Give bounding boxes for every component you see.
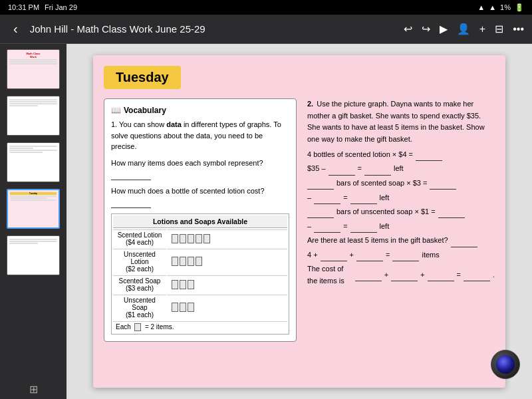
item-num-2: 2. — [307, 100, 315, 108]
line3-text: bars of scented soap × $3 = — [336, 178, 427, 190]
legend-text: Each = 2 items. — [113, 321, 287, 332]
bar-icon — [172, 303, 178, 312]
line2-text: $35 – — [307, 163, 326, 175]
day-header: Tuesday — [104, 66, 495, 92]
line9-plus1: + — [384, 269, 388, 281]
content-row: 📖 Vocabulary 1. You can show data in dif… — [104, 98, 495, 342]
add-person-button[interactable]: 👤 — [457, 23, 470, 35]
nav-bar: ‹ John Hill - Math Class Work June 25-29… — [0, 15, 532, 44]
bar-icon — [203, 234, 210, 243]
line2-left: left — [394, 163, 404, 175]
line8-blank1 — [321, 249, 347, 262]
document-area: Tuesday 📖 Vocabulary 1. You can show dat — [66, 44, 532, 399]
line6-blank1 — [314, 220, 340, 233]
line6-dash: – — [307, 221, 311, 233]
bar-icon — [180, 257, 186, 266]
grid-icon[interactable]: ⊞ — [29, 383, 38, 396]
battery-display: 1% — [500, 3, 511, 11]
bottom-bar: ⊞ — [0, 379, 66, 399]
graph-row-scented-soap: Scented Soap($3 each) — [113, 275, 287, 293]
vocab-question-1: How many items does each symbol represen… — [111, 158, 289, 180]
line4-blank1 — [314, 192, 340, 204]
math-line-3: bars of scented soap × $3 = — [307, 178, 495, 190]
line8-blank2 — [356, 249, 383, 262]
line5-text: bars of unscented soap × $1 = — [336, 206, 436, 218]
line6-eq: = — [343, 221, 347, 233]
bar-icon — [196, 257, 202, 266]
line8-eq: = — [386, 249, 390, 261]
left-panel: 📖 Vocabulary 1. You can show data in dif… — [104, 98, 297, 342]
unscented-lotion-bars — [168, 249, 287, 274]
vocab-bold-word: data — [166, 120, 182, 128]
graph-legend-row: Each = 2 items. — [113, 321, 287, 332]
line2-eq: = — [358, 163, 362, 175]
line4-dash: – — [307, 192, 311, 204]
line9-blank1 — [355, 269, 382, 281]
page-content: Tuesday 📖 Vocabulary 1. You can show dat — [93, 55, 505, 388]
vocab-question-2: How much does a bottle of scented lotion… — [111, 186, 289, 208]
siri-button[interactable] — [491, 350, 520, 379]
line3-blank2 — [430, 178, 456, 190]
undo-button[interactable]: ↩ — [404, 23, 412, 35]
status-bar: 10:31 PM Fri Jan 29 ▲ ▲ 1% 🔋 — [0, 0, 532, 15]
item-num-1: 1. — [111, 120, 119, 128]
vocab-body: 1. You can show data in different types … — [111, 119, 289, 152]
graph-row-scented-lotion: Scented Lotion($4 each) — [113, 229, 287, 247]
bar-icon — [180, 234, 186, 243]
math-line-6: – = left — [307, 220, 495, 233]
math-line-9: The cost of the items is + + = . — [307, 263, 495, 287]
line5-blank2 — [438, 206, 465, 219]
q1-blank — [111, 168, 151, 180]
page-sidebar: 1 Math ClassWork 2 3 4 Tues — [0, 44, 66, 399]
vocab-title: Vocabulary — [124, 106, 166, 115]
line2-blank1 — [329, 163, 355, 176]
q2-text: How much does a bottle of scented lotion… — [111, 187, 265, 195]
page-thumb-1[interactable]: 1 Math ClassWork — [7, 49, 60, 89]
page-thumb-3[interactable]: 3 — [7, 142, 60, 182]
view-button[interactable]: ⊟ — [495, 23, 503, 35]
more-button[interactable]: ••• — [513, 23, 524, 35]
time-display: 10:31 PM — [8, 3, 39, 11]
bar-icon — [188, 234, 194, 243]
graph-title: Lotions and Soaps Available — [113, 215, 287, 228]
scented-lotion-label: Scented Lotion($4 each) — [113, 229, 166, 247]
toolbar-icons: ↩ ↪ ▶ 👤 + ⊟ ••• — [404, 23, 524, 35]
scented-lotion-bars — [168, 229, 287, 247]
vocab-icon: 📖 — [111, 106, 121, 115]
line4-eq: = — [343, 192, 347, 204]
day-label: Tuesday — [104, 66, 181, 89]
line9-period: . — [493, 269, 495, 281]
math-line-7: Are there at least 5 items in the gift b… — [307, 235, 495, 247]
line8-items: items — [422, 249, 439, 261]
add-button[interactable]: + — [479, 23, 485, 35]
siri-icon — [496, 355, 515, 374]
math-line-4: – = left — [307, 192, 495, 204]
wifi-icon: ▲ — [477, 3, 485, 11]
unscented-lotion-label: Unscented Lotion($2 each) — [113, 249, 166, 274]
page-thumb-2[interactable]: 2 — [7, 96, 60, 136]
picture-graph: Lotions and Soaps Available Scented Loti… — [111, 213, 289, 334]
line8-text1: 4 + — [307, 249, 318, 261]
intro-text: Use the picture graph. Dayna wants to ma… — [307, 100, 485, 143]
date-display: Fri Jan 29 — [45, 3, 77, 11]
graph-row-unscented-soap: Unscented Soap($1 each) — [113, 295, 287, 320]
line4-left: left — [380, 192, 390, 204]
line2-blank2 — [364, 163, 391, 176]
back-button[interactable]: ‹ — [8, 19, 23, 39]
q1-text: How many items does each symbol represen… — [111, 159, 263, 167]
math-line-5: bars of unscented soap × $1 = — [307, 206, 495, 219]
bar-icon — [180, 303, 186, 312]
line6-blank2 — [350, 220, 377, 233]
line6-left: left — [380, 221, 390, 233]
page-thumb-5[interactable]: 5 — [7, 235, 60, 275]
play-button[interactable]: ▶ — [440, 23, 448, 35]
scented-soap-label: Scented Soap($3 each) — [113, 275, 166, 293]
page-thumb-4[interactable]: 4 Tuesday — [7, 189, 60, 229]
bar-icon — [172, 234, 178, 243]
redo-button[interactable]: ↪ — [422, 23, 430, 35]
signal-icon: ▲ — [489, 3, 496, 11]
line9-blank4 — [464, 269, 490, 281]
unscented-soap-label: Unscented Soap($1 each) — [113, 295, 166, 320]
graph-row-unscented-lotion: Unscented Lotion($2 each) — [113, 249, 287, 274]
battery-icon: 🔋 — [515, 3, 524, 12]
